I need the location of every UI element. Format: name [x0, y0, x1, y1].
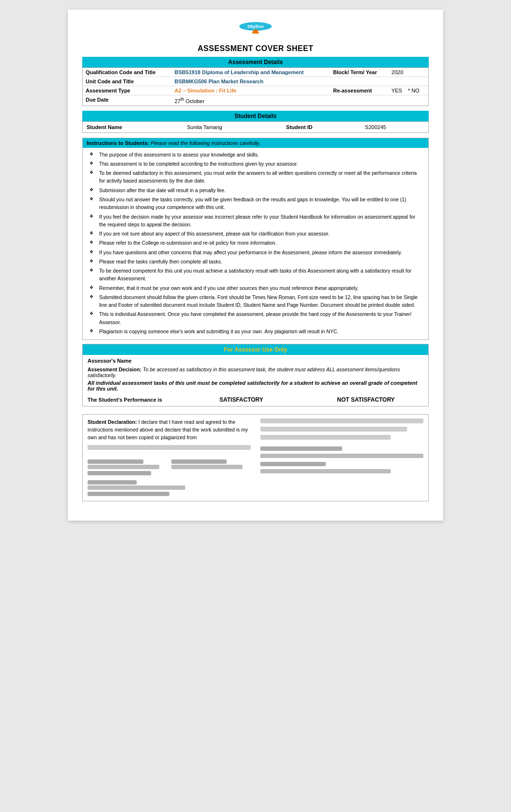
blurred-right-2: [260, 427, 407, 432]
page-title: ASSESSMENT COVER SHEET: [82, 44, 429, 53]
assessment-details-section: Assessment Details Qualification Code an…: [82, 57, 429, 106]
date-value-blurred: [88, 485, 185, 490]
instructions-header: Instructions to Students: Please read th…: [83, 138, 428, 148]
list-item: This assessment is to be completed accor…: [89, 160, 423, 168]
assessment-type-label: Assessment Type: [83, 86, 172, 95]
blurred-right-3: [260, 435, 391, 440]
list-item: Remember, that it must be your own work …: [89, 284, 423, 292]
block-term-year-label: Block/ Term/ Year: [330, 68, 388, 77]
list-item: Should you not answer the tasks correctl…: [89, 196, 423, 211]
assessor-name-label: Assessor's Name: [88, 358, 423, 364]
list-item: Please read the tasks carefully then com…: [89, 258, 423, 265]
list-item: Plagiarism is copying someone else's wor…: [89, 327, 423, 335]
due-date-label: Due Date: [83, 95, 172, 106]
declaration-label: Student Declaration:: [88, 419, 137, 425]
logo-area: Skyline: [82, 19, 429, 39]
blurred-line: [88, 445, 251, 450]
unit-code-value: BSBMKG506 Plan Market Research: [172, 77, 429, 86]
instructions-section: Instructions to Students: Please read th…: [82, 138, 429, 341]
declaration-text: Student Declaration: I declare that I ha…: [88, 419, 251, 441]
assessment-details-header: Assessment Details: [82, 57, 429, 67]
assessment-decision-row: Assessment Decision: To be accessed as s…: [88, 367, 423, 378]
performance-label: The Student's Performance is: [88, 397, 174, 403]
declaration-right: [260, 419, 423, 497]
assessor-section: For Assessor Use Only Assessor's Name As…: [82, 344, 429, 406]
list-item: If you are not sure about any aspect of …: [89, 230, 423, 237]
student-id-value: S200245: [361, 121, 429, 132]
assessment-decision-label: Assessment Decision:: [88, 367, 141, 372]
not-satisfactory-option: NOT SATISFACTORY: [308, 396, 423, 403]
reassessment-options: YES * NO: [389, 86, 429, 95]
student-details-section: Student Details Student Name Sunita Tama…: [82, 111, 429, 133]
list-item: Please refer to the College re-submissio…: [89, 239, 423, 247]
declaration-section: Student Declaration: I declare that I ha…: [82, 414, 429, 501]
assessment-type-value: A2 – Simulation : Fit Life: [172, 86, 330, 95]
student-details-table: Student Name Sunita Tamang Student ID S2…: [82, 121, 429, 133]
reassessment-label: Re-assessment: [330, 86, 388, 95]
right-sig-date-label: [260, 462, 326, 466]
page: Skyline ASSESSMENT COVER SHEET Assessmen…: [68, 10, 443, 521]
sig-value-blurred: [88, 465, 159, 469]
list-item: Submission after the due date will resul…: [89, 186, 423, 194]
right-sig-label: [260, 446, 342, 451]
date-label-blurred: [88, 480, 137, 485]
student-id-label: Student ID: [282, 121, 361, 132]
unit-code-label: Unit Code and Title: [83, 77, 172, 86]
all-individual-text: All individual assessment tasks of this …: [88, 380, 417, 392]
sig-label-blurred: [88, 459, 143, 464]
right-sig-group-2: [260, 462, 423, 473]
instructions-header-italic: Please read the following instructions c…: [151, 140, 260, 146]
svg-text:Skyline: Skyline: [247, 24, 264, 29]
assessor-content: Assessor's Name Assessment Decision: To …: [83, 355, 428, 406]
assessment-details-table: Qualification Code and Title BSB51918 Di…: [82, 67, 429, 106]
list-item: To be deemed satisfactory in this assess…: [89, 169, 423, 185]
student-name-label: Student Name: [83, 121, 183, 132]
block-term-year-value: 2020: [389, 68, 429, 77]
student-details-header: Student Details: [82, 111, 429, 121]
right-sig-group-1: [260, 446, 423, 458]
qualification-label: Qualification Code and Title: [83, 68, 172, 77]
instructions-header-bold: Instructions to Students:: [87, 140, 149, 146]
declaration-left: Student Declaration: I declare that I ha…: [88, 419, 251, 497]
qualification-value: BSB51918 Diploma of Leadership and Manag…: [172, 68, 330, 77]
reassessment-yes: YES: [392, 88, 402, 93]
sig-value-blurred-2: [171, 465, 243, 469]
instructions-list: The purpose of this assessment is to ass…: [83, 148, 428, 340]
blurred-right-1: [260, 419, 423, 423]
sig-label-blurred-2: [88, 471, 151, 475]
list-item: If you have questions and other concerns…: [89, 249, 423, 256]
right-sig-line: [260, 454, 423, 458]
extra-blurred: [88, 492, 169, 496]
performance-row: The Student's Performance is SATISFACTOR…: [88, 396, 423, 403]
satisfactory-option: SATISFACTORY: [184, 396, 299, 403]
reassessment-no: * NO: [408, 88, 420, 93]
student-name-value: Sunita Tamang: [183, 121, 282, 132]
assessor-header: For Assessor Use Only: [83, 344, 428, 355]
right-sig-date-val: [260, 469, 391, 473]
list-item: If you feel the decision made by your as…: [89, 213, 423, 229]
list-item: Submitted document should follow the giv…: [89, 293, 423, 309]
declaration-content: Student Declaration: I declare that I ha…: [88, 419, 423, 497]
due-date-value: 27th October: [172, 95, 429, 106]
list-item: This is individual Assessment. Once you …: [89, 310, 423, 326]
list-item: The purpose of this assessment is to ass…: [89, 151, 423, 158]
sig-label-blurred-3: [171, 459, 227, 464]
list-item: To be deemed competent for this unit you…: [89, 267, 423, 283]
logo-icon: Skyline: [227, 19, 284, 39]
